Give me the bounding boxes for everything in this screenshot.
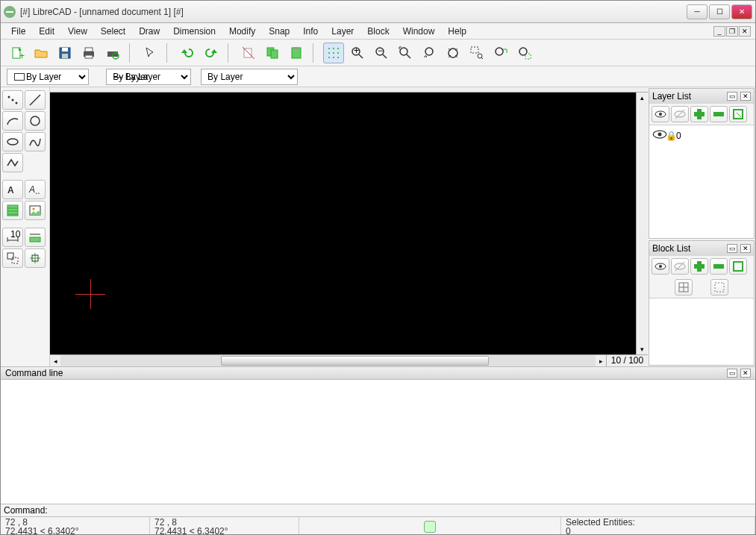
tool-hatch[interactable] [2,201,23,220]
svg-point-73 [658,133,662,137]
undo-button[interactable] [177,43,198,63]
panel-float-icon[interactable]: ▭ [727,369,737,378]
block-edit-button[interactable] [729,258,747,275]
block-add-button[interactable] [690,258,708,275]
drawing-canvas[interactable] [50,93,636,354]
panel-close-icon[interactable]: ✕ [740,369,751,378]
grid-button[interactable] [323,43,344,63]
minimize-button[interactable]: ─ [687,4,707,19]
cut-button[interactable] [238,43,259,63]
horizontal-scrollbar[interactable] [60,355,596,366]
panel-float-icon[interactable]: ▭ [727,244,737,253]
canvas-area: ▴ ▾ ◂ ▸ 10 / 100 [50,87,648,366]
tool-arc[interactable] [2,111,23,131]
menu-modify[interactable]: Modify [223,25,261,38]
scroll-left-icon[interactable]: ◂ [50,355,60,366]
tool-point[interactable] [2,90,23,110]
eye-icon[interactable] [652,127,663,144]
save-button[interactable] [54,43,75,63]
mdi-restore-button[interactable]: ❐ [726,26,738,37]
layer-remove-button[interactable] [710,106,728,122]
layer-add-button[interactable] [690,106,708,122]
scrollbar-thumb[interactable] [221,356,489,366]
linewidth-select[interactable]: By Layer [106,69,191,85]
block-hide-all-button[interactable] [671,258,689,275]
mdi-minimize-button[interactable]: _ [713,26,725,37]
command-line-title: Command line [5,368,724,378]
tool-line[interactable] [25,90,46,110]
panel-close-icon[interactable]: ✕ [740,92,751,101]
print-button[interactable] [78,43,99,63]
block-remove-button[interactable] [710,258,728,275]
block-save-button[interactable] [710,279,728,295]
close-button[interactable]: ✕ [731,4,752,19]
layer-row[interactable]: 🔒 0 [649,125,754,146]
menu-file[interactable]: File [5,25,31,38]
menu-block[interactable]: Block [361,25,395,38]
tool-text[interactable]: A [2,180,23,199]
color-select[interactable] [7,69,89,85]
menu-help[interactable]: Help [442,25,472,38]
zoom-pan-button[interactable] [490,43,511,63]
block-show-all-button[interactable] [652,258,669,275]
copy-button[interactable] [262,43,283,63]
menu-view[interactable]: View [62,25,93,38]
zoom-auto-button[interactable] [395,43,416,63]
panel-close-icon[interactable]: ✕ [740,244,751,253]
zoom-window-button[interactable] [466,43,487,63]
tool-info[interactable] [25,248,46,268]
tool-circle[interactable] [25,111,46,131]
svg-rect-57 [30,237,40,242]
svg-point-75 [659,265,662,268]
tool-image[interactable] [25,201,46,220]
zoom-previous-button[interactable] [419,43,440,63]
command-input[interactable] [51,505,752,516]
tool-polyline[interactable] [2,153,23,172]
mdi-close-button[interactable]: ✕ [739,26,751,37]
print-preview-button[interactable] [102,43,123,63]
menu-info[interactable]: Info [297,25,324,38]
menubar: File Edit View Select Draw Dimension Mod… [1,23,755,40]
command-line-header: Command line ▭ ✕ [1,366,755,380]
tool-dimension[interactable]: 10 [2,228,23,247]
layer-edit-button[interactable] [729,106,747,122]
crosshair-h [75,294,105,295]
layer-show-all-button[interactable] [652,106,669,122]
scroll-down-icon[interactable]: ▾ [637,344,648,354]
redo-button[interactable] [201,43,222,63]
linetype-select[interactable]: By Layer [201,69,298,85]
panel-float-icon[interactable]: ▭ [727,92,737,101]
scroll-up-icon[interactable]: ▴ [637,93,648,103]
zoom-in-button[interactable]: + [347,43,368,63]
vertical-scrollbar[interactable]: ▴ ▾ [636,93,648,354]
svg-point-16 [328,48,330,49]
lock-icon[interactable]: 🔒 [666,131,673,141]
zoom-selection-button[interactable] [514,43,535,63]
zoom-redraw-button[interactable] [443,43,463,63]
menu-draw[interactable]: Draw [133,25,166,38]
svg-point-31 [400,48,407,55]
tool-ellipse[interactable] [2,132,23,151]
tool-spline[interactable] [25,132,46,151]
maximize-button[interactable]: ☐ [709,4,730,19]
tool-modify[interactable] [2,248,23,268]
paste-button[interactable] [286,43,307,63]
zoom-display: 10 / 100 [606,355,648,366]
cursor-button[interactable] [140,43,160,63]
zoom-out-button[interactable]: − [371,43,392,63]
menu-dimension[interactable]: Dimension [167,25,222,38]
menu-edit[interactable]: Edit [33,25,60,38]
block-insert-button[interactable] [675,279,693,295]
menu-snap[interactable]: Snap [263,25,296,38]
new-button[interactable]: + [7,43,28,63]
menu-layer[interactable]: Layer [325,25,360,38]
tool-mtext[interactable]: A.. [25,180,46,199]
menu-window[interactable]: Window [397,25,441,38]
open-button[interactable] [31,43,51,63]
menu-select[interactable]: Select [95,25,131,38]
layer-hide-all-button[interactable] [671,106,689,122]
svg-point-21 [337,52,339,54]
tool-dimension-aligned[interactable] [25,228,46,247]
hand-icon[interactable] [424,521,436,533]
scroll-right-icon[interactable]: ▸ [596,355,606,366]
